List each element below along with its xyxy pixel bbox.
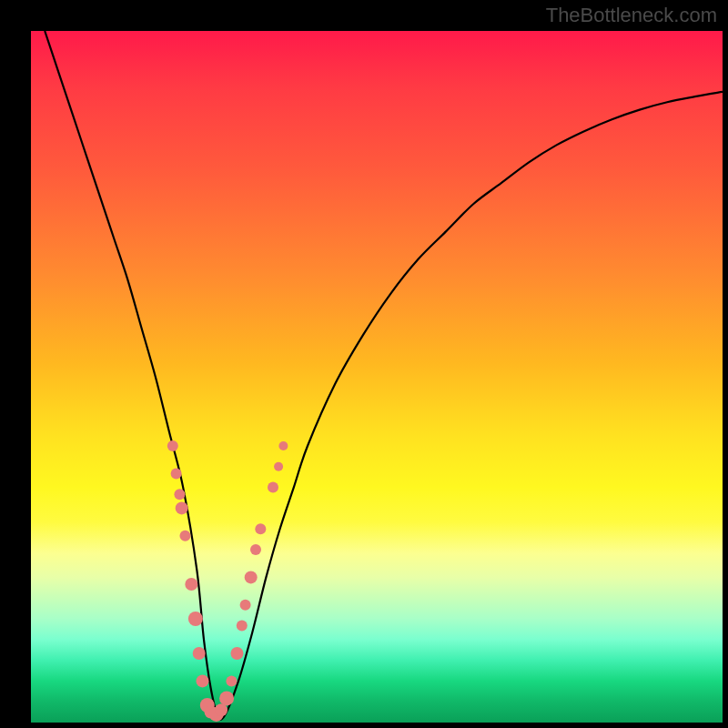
- scatter-dot: [226, 675, 237, 686]
- curve-svg: [31, 31, 723, 723]
- scatter-dot: [174, 489, 185, 500]
- scatter-dot: [219, 691, 234, 705]
- scatter-dot: [240, 600, 251, 611]
- scatter-dot: [185, 578, 197, 591]
- scatter-dot: [167, 440, 178, 451]
- scatter-dot: [193, 647, 206, 660]
- scatter-dot: [171, 468, 182, 479]
- scatter-dot: [179, 531, 190, 541]
- scatter-dot: [250, 544, 261, 555]
- scatter-dot: [230, 647, 243, 660]
- scatter-dot: [245, 571, 258, 583]
- bottleneck-curve-path: [45, 31, 723, 720]
- chart-plot-area: [31, 31, 723, 723]
- scatter-dot: [274, 462, 283, 471]
- scatter-dot: [278, 441, 288, 450]
- scatter-dot: [255, 523, 266, 534]
- scatter-dot: [188, 612, 203, 626]
- scatter-dot: [176, 501, 188, 514]
- scatter-dot: [215, 703, 228, 716]
- scatter-dot: [237, 621, 248, 632]
- scatter-dots-group: [167, 440, 288, 722]
- watermark-text: TheBottleneck.com: [546, 4, 717, 27]
- scatter-dot: [268, 482, 278, 493]
- scatter-dot: [196, 674, 208, 687]
